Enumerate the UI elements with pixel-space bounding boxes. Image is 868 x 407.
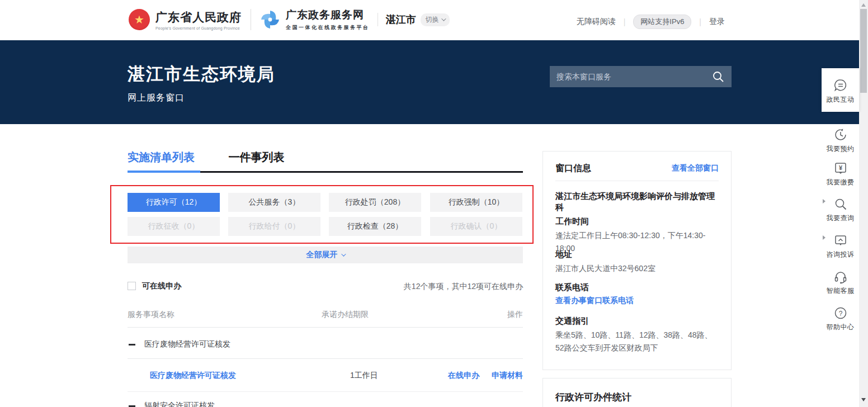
col-action: 操作 (507, 310, 523, 320)
page-scrollbar[interactable] (859, 0, 868, 407)
table-group-row: 辐射安全许可证核发 (128, 401, 523, 407)
stats-card-title: 行政许可办件统计 (555, 391, 631, 404)
collapse-minus-icon[interactable] (129, 405, 135, 407)
toolbar-label: 智能客服 (822, 286, 859, 296)
category-xingzhengjiancha-button[interactable]: 行政检查（28） (329, 217, 421, 236)
search-input[interactable] (556, 72, 711, 81)
online-apply-label: 可在线申办 (142, 281, 181, 291)
group-title: 医疗废物经营许可证核发 (144, 339, 230, 349)
filter-row: 可在线申办 共12个事项，其中12项可在线申办 (128, 281, 523, 292)
online-apply-link[interactable]: 在线申办 (448, 371, 479, 381)
toolbar-item-query[interactable]: 我要查询 (822, 197, 859, 223)
question-icon: ? (833, 306, 848, 320)
logo-divider (251, 9, 251, 30)
traffic-text: 乘坐5路、10路、11路、12路、38路、48路、52路公交车到开发区财政局下 (555, 329, 721, 354)
toolbar-item-payment[interactable]: ¥ 我要缴费 (822, 161, 859, 187)
window-info-card: 窗口信息 查看全部窗口 湛江市生态环境局环境影响评价与排放管理科 工作时间 逢法… (542, 151, 732, 370)
view-phone-link[interactable]: 查看办事窗口联系电话 (555, 296, 634, 306)
gov-logo: 广东省人民政府 People's Government of Guangdong… (155, 10, 242, 30)
list-tabs: 实施清单列表 一件事列表 (128, 150, 523, 173)
address-heading: 地址 (555, 249, 572, 260)
city-name: 湛江市 (386, 13, 416, 26)
divider (128, 391, 523, 392)
toolbar-label: 政民互动 (822, 95, 859, 105)
chevron-down-icon (341, 252, 346, 256)
hero-banner: 湛江市生态环境局 网上服务窗口 (0, 40, 859, 124)
toolbar-item-smart-service[interactable]: 智能客服 (822, 269, 859, 296)
chevron-down-icon (441, 16, 446, 21)
scrollbar-thumb[interactable] (860, 9, 867, 93)
service-portal-logo: 广东政务服务网 全国一体化在线政务服务平台 (286, 8, 370, 31)
divider (555, 181, 719, 181)
collapse-minus-icon[interactable] (129, 344, 135, 346)
top-header: ★ 广东省人民政府 People's Government of Guangdo… (0, 0, 859, 40)
toolbar-label: 我要预约 (822, 144, 859, 154)
view-all-windows-link[interactable]: 查看全部窗口 (672, 163, 719, 173)
side-toolbar: 政民互动 我要预约 ¥ 我要缴费 我要查询 (822, 0, 859, 407)
svg-text:?: ? (838, 310, 842, 318)
headset-icon (833, 269, 848, 284)
work-time-text: 逢法定工作日上午08:30-12:30，下午14:30-18:00 (555, 229, 721, 255)
header-separator: | (624, 17, 626, 26)
category-xingzhengzhengshou-button: 行政征收（0） (128, 217, 220, 236)
table-group-row: 医疗废物经营许可证核发 (128, 339, 523, 351)
items-count-summary: 共12个事项，其中12项可在线申办 (404, 282, 523, 292)
col-service-name: 服务事项名称 (128, 310, 174, 320)
tab-one-thing-list[interactable]: 一件事列表 (228, 150, 284, 165)
toolbar-item-interaction[interactable]: 政民互动 (822, 68, 859, 112)
gov-logo-subtitle: People's Government of Guangdong Provinc… (155, 26, 242, 30)
clock-icon (833, 127, 848, 142)
scroll-down-arrow-icon[interactable] (861, 398, 866, 401)
active-tab-underline (128, 171, 200, 173)
complaint-icon (833, 233, 848, 248)
search-icon (833, 197, 848, 211)
service-item-link[interactable]: 医疗废物经营许可证核发 (150, 371, 236, 381)
city-switch-button[interactable]: 切换 (421, 13, 450, 26)
accessibility-link[interactable]: 无障碍阅读 (577, 17, 616, 27)
toolbar-item-complaint[interactable]: 咨询投诉 (822, 233, 859, 259)
window-info-header: 窗口信息 查看全部窗口 (555, 163, 719, 174)
scroll-up-arrow-icon[interactable] (861, 3, 866, 7)
category-xingzhenggeifu-button: 行政给付（0） (228, 217, 320, 236)
divider (128, 358, 523, 359)
toolbar-item-appointment[interactable]: 我要预约 (822, 127, 859, 154)
bureau-title: 湛江市生态环境局 (128, 63, 275, 86)
header-separator: | (699, 17, 701, 26)
category-xingzhengqiangzhi-button[interactable]: 行政强制（10） (430, 193, 522, 212)
toolbar-label: 我要查询 (822, 214, 859, 223)
item-deadline: 1工作日 (350, 371, 378, 381)
logo-group: ★ 广东省人民政府 People's Government of Guangdo… (129, 8, 450, 31)
yuan-pay-icon: ¥ (833, 161, 848, 176)
bureau-subtitle: 网上服务窗口 (128, 92, 185, 104)
window-info-title: 窗口信息 (555, 163, 591, 173)
toolbar-item-help-center[interactable]: ? 帮助中心 (822, 306, 859, 332)
phone-heading: 联系电话 (555, 282, 589, 293)
item-actions: 在线申办 申请材料 (448, 371, 523, 381)
svg-text:¥: ¥ (838, 164, 842, 171)
gov-logo-title: 广东省人民政府 (155, 10, 242, 25)
department-name: 湛江市生态环境局环境影响评价与排放管理科 (555, 191, 719, 213)
toolbar-label: 咨询投诉 (822, 250, 859, 259)
search-icon[interactable] (711, 70, 725, 83)
application-materials-link[interactable]: 申请材料 (492, 371, 523, 381)
tab-implementation-list[interactable]: 实施清单列表 (128, 150, 195, 165)
header-links: 无障碍阅读 | 网站支持IPv6 | 登录 (577, 15, 725, 29)
speech-bubble-icon (833, 78, 848, 93)
online-apply-checkbox[interactable] (128, 282, 136, 290)
group-title: 辐射安全许可证核发 (144, 401, 215, 407)
tabs-underline (200, 171, 523, 173)
window-search (550, 66, 732, 87)
expand-all-button[interactable]: 全部展开 (128, 247, 523, 263)
city-switch-label: 切换 (426, 15, 439, 25)
expand-all-label: 全部展开 (306, 250, 338, 260)
category-gonggongfuwu-button[interactable]: 公共服务（3） (228, 193, 320, 212)
category-xingzhengchufa-button[interactable]: 行政处罚（208） (329, 193, 421, 212)
login-link[interactable]: 登录 (709, 17, 725, 27)
table-item-row: 医疗废物经营许可证核发 1工作日 在线申办 申请材料 (128, 371, 523, 382)
category-xingzhengqueren-button: 行政确认（0） (430, 217, 522, 236)
category-xingzhengxuke-button[interactable]: 行政许可（12） (128, 193, 220, 212)
marker-triangle-icon (823, 235, 825, 240)
col-deadline: 承诺办结期限 (322, 310, 369, 320)
traffic-heading: 交通指引 (555, 316, 589, 326)
work-time-heading: 工作时间 (555, 216, 589, 227)
